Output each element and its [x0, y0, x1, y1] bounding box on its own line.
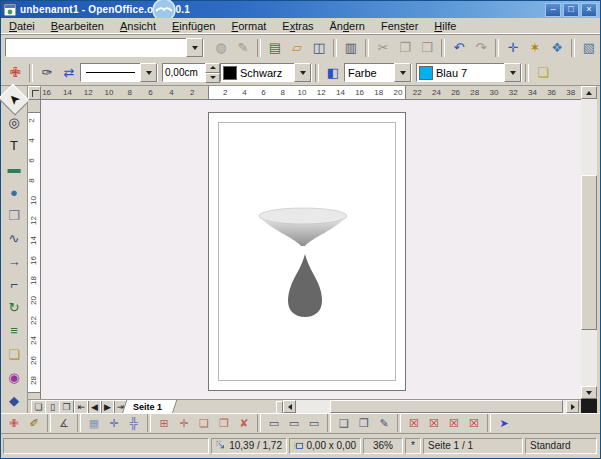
shadow-icon[interactable]: ❏	[532, 62, 554, 83]
show-grid-icon[interactable]: ▦	[84, 414, 104, 432]
snap-grid-off-icon[interactable]: ☒	[404, 414, 424, 432]
horizontal-scrollbar[interactable]	[296, 400, 566, 413]
guides-when-moving-icon[interactable]: ╬	[124, 414, 144, 432]
curve-icon[interactable]: ∿	[2, 228, 26, 249]
open-document-icon[interactable]: ▱	[286, 37, 308, 58]
arrange-icon[interactable]: ❏	[2, 344, 26, 365]
fill-style-combobox[interactable]: Farbe	[344, 63, 412, 82]
scroll-left-button[interactable]	[283, 400, 296, 413]
scroll-up-button[interactable]	[581, 86, 597, 99]
menu-bearbeiten[interactable]: Bearbeiten	[43, 19, 112, 33]
undo-icon[interactable]: ↶	[448, 37, 470, 58]
select-text-area-only-icon[interactable]: ▭	[284, 414, 304, 432]
menu-einfgen[interactable]: Einfügen	[164, 19, 223, 33]
line-width-spinner[interactable]	[162, 63, 216, 82]
h-ruler-number: 26	[451, 88, 460, 97]
snap-to-page-margins-icon[interactable]: ❏	[194, 414, 214, 432]
titlebar[interactable]: unbenannt1 - OpenOffice.org 1.0.1 – □ ×	[1, 1, 600, 18]
double-click-to-edit-text-icon[interactable]: ▭	[304, 414, 324, 432]
save-document-icon[interactable]: ◫	[308, 37, 330, 58]
snap-margins-off-icon[interactable]: ☒	[444, 414, 464, 432]
funnel-and-drop-object[interactable]	[209, 113, 407, 392]
fill-color-dropdown-button[interactable]	[504, 63, 521, 82]
gallery-icon[interactable]: ❖	[546, 37, 568, 58]
show-snap-lines-icon[interactable]: ✛	[104, 414, 124, 432]
line-width-input[interactable]	[163, 66, 205, 79]
line-dialog-icon[interactable]: ✑	[36, 62, 58, 83]
layer-view-button[interactable]: ❐	[59, 400, 74, 414]
print-document-icon[interactable]: ▥	[340, 37, 362, 58]
zoom-icon[interactable]: ✶	[524, 37, 546, 58]
rotation-mode-icon[interactable]: ∡	[54, 414, 74, 432]
alignment-icon[interactable]: ≡	[2, 320, 26, 341]
close-button[interactable]: ×	[581, 3, 597, 17]
quick-edit-icon[interactable]: ▭	[264, 414, 284, 432]
snap-to-grid-icon[interactable]: ⊞	[154, 414, 174, 432]
menu-hilfe[interactable]: Hilfe	[426, 19, 464, 33]
page[interactable]	[208, 112, 406, 391]
url-dropdown-button[interactable]	[186, 38, 203, 57]
insert-graphics-icon[interactable]: ▧	[578, 37, 600, 58]
menu-format[interactable]: Format	[223, 19, 274, 33]
vertical-scrollbar[interactable]	[581, 86, 597, 399]
fill-style-dropdown-button[interactable]	[394, 63, 411, 82]
connector-icon[interactable]: ⌐	[2, 274, 26, 295]
menu-fenster[interactable]: Fenster	[373, 19, 426, 33]
page-tab[interactable]: Seite 1	[122, 400, 178, 414]
line-color-dropdown-button[interactable]	[294, 63, 311, 82]
vertical-scroll-thumb[interactable]	[581, 175, 597, 330]
url-input[interactable]	[6, 39, 186, 56]
background-view-button[interactable]: ▯	[45, 400, 60, 414]
line-color-combobox[interactable]: Schwarz	[220, 63, 312, 82]
spin-down-button[interactable]	[205, 73, 220, 83]
vertical-ruler[interactable]: 246810121416182022242628	[28, 100, 41, 399]
line-style-dropdown-button[interactable]	[140, 63, 157, 82]
size-icon	[294, 440, 304, 451]
lines-arrows-icon[interactable]: →	[2, 251, 26, 272]
rotate-icon[interactable]: ↻	[2, 297, 26, 318]
spin-up-button[interactable]	[205, 63, 220, 73]
new-document-icon[interactable]: ▤	[264, 37, 286, 58]
rectangle-icon[interactable]: ▬	[2, 158, 26, 179]
drawing-canvas[interactable]	[41, 100, 581, 399]
snap-border-off-icon[interactable]: ☒	[464, 414, 484, 432]
minimize-button[interactable]: –	[545, 3, 561, 17]
ruler-origin[interactable]	[28, 86, 41, 100]
menu-extras[interactable]: Extras	[274, 19, 321, 33]
navigator-icon[interactable]: ✛	[502, 37, 524, 58]
ellipse-icon[interactable]: ●	[2, 182, 26, 203]
glue-points-mode-icon[interactable]: ✐	[24, 414, 44, 432]
scroll-right-button[interactable]	[566, 400, 579, 413]
fill-color-combobox[interactable]: Blau 7	[416, 63, 522, 82]
select-mode-icon[interactable]: ➤	[494, 414, 514, 432]
snap-to-snap-lines-icon[interactable]: ✛	[174, 414, 194, 432]
3d-controller-icon[interactable]: ◆	[2, 390, 26, 411]
arrow-style-icon[interactable]: ⇄	[58, 62, 80, 83]
effects-icon[interactable]: ◉	[2, 367, 26, 388]
horizontal-ruler[interactable]: 1614121086422468101214161820222426283032…	[41, 86, 581, 100]
url-combobox[interactable]	[5, 38, 204, 57]
area-dialog-icon[interactable]: ◧	[322, 62, 344, 83]
separator	[441, 39, 445, 57]
snap-to-object-border-icon[interactable]: ❐	[214, 414, 234, 432]
menu-datei[interactable]: Datei	[1, 19, 43, 33]
insert-text-icon[interactable]: T	[2, 135, 26, 156]
status-zoom-field[interactable]: 36%	[363, 438, 403, 454]
drawing-view-button[interactable]: ❏	[31, 400, 46, 414]
maximize-button[interactable]: □	[563, 3, 579, 17]
simple-handles-icon[interactable]: ❑	[334, 414, 354, 432]
edit-points-mode-icon[interactable]: ✙	[4, 414, 24, 432]
menu-ansicht[interactable]: Ansicht	[112, 19, 164, 33]
select-icon[interactable]: ➤	[0, 84, 30, 116]
3d-objects-icon[interactable]: ❒	[2, 205, 26, 226]
edit-points-icon[interactable]: ✙	[4, 62, 26, 83]
snap-lines-off-icon[interactable]: ☒	[424, 414, 444, 432]
modify-with-attributes-icon[interactable]: ✎	[374, 414, 394, 432]
large-handles-icon[interactable]: ❒	[354, 414, 374, 432]
scroll-down-button[interactable]	[581, 386, 597, 399]
horizontal-scroll-thumb[interactable]	[330, 400, 563, 413]
arrow-down-icon	[586, 391, 592, 395]
line-style-combobox[interactable]	[80, 63, 158, 82]
snap-to-object-points-icon[interactable]: ✘	[234, 414, 254, 432]
menu-ndern[interactable]: Ändern	[322, 19, 374, 33]
